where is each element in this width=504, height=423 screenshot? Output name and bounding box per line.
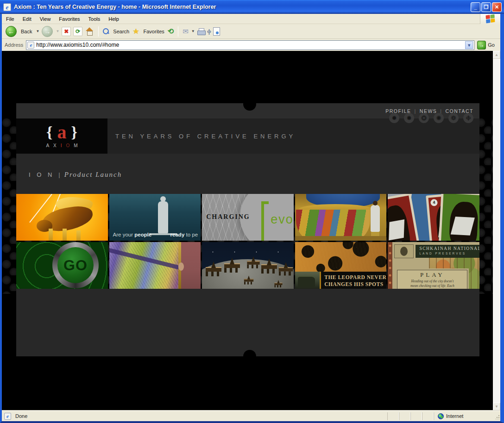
search-icon[interactable] (103, 28, 109, 34)
page-background: PROFILE | NEWS | CONTACT ✹ ✸ ❂ ✺ ❁ ❉ (2, 51, 493, 411)
address-dropdown-icon[interactable]: ▼ (465, 41, 473, 49)
military-vehicle-image (295, 272, 320, 289)
map-holder-figure (181, 242, 201, 289)
go-label[interactable]: Go (488, 42, 495, 48)
leopard-caption-line1: THE LEOPARD NEVER (324, 274, 386, 281)
address-input[interactable] (36, 42, 465, 48)
thumbnail-earth-teacup[interactable] (295, 194, 387, 241)
toolbar: ← Back ▼ → ▼ ✖ ⟳ Search ★ Favorites ⟲ ✉ … (2, 24, 500, 39)
windows-logo-icon (480, 14, 500, 24)
address-bar: Address e ▼ → Go (2, 39, 500, 51)
search-label[interactable]: Search (113, 29, 129, 34)
back-icon[interactable]: ← (6, 26, 17, 37)
menu-view[interactable]: View (36, 15, 55, 23)
favorites-label[interactable]: Favorites (144, 29, 164, 34)
flower-icon[interactable]: ✹ (389, 113, 399, 123)
status-pane (422, 412, 434, 420)
favorites-star-icon[interactable]: ★ (132, 27, 139, 36)
thumbnail-robot-bee[interactable] (16, 194, 108, 241)
flower-icon[interactable]: ✸ (404, 113, 414, 123)
status-pane (387, 412, 399, 420)
browser-window: e Axiom : Ten Years of Creative Energy -… (0, 0, 504, 423)
preserve-subtitle: LAND PRESERVES (419, 252, 479, 255)
green-bracket (261, 201, 269, 241)
scroll-down-icon[interactable]: ▼ (493, 403, 500, 411)
forward-dropdown-icon: ▼ (56, 29, 59, 33)
charging-text: CHARGING (206, 213, 250, 221)
page-viewport: PROFILE | NEWS | CONTACT ✹ ✸ ❂ ✺ ❁ ❉ (2, 51, 500, 411)
bottom-circle-ornament (243, 350, 256, 363)
top-circle-ornament (243, 98, 256, 111)
back-label[interactable]: Back (21, 29, 32, 34)
edit-icon[interactable]: ‹|› (207, 28, 211, 35)
internet-globe-icon (438, 413, 444, 419)
menu-favorites[interactable]: Favorites (55, 15, 84, 23)
menu-file[interactable]: File (2, 15, 19, 23)
menu-bar: File Edit View Favorites Tools Help (2, 14, 500, 24)
logo-row: { a } A X I O M TEN YEARS OF (16, 118, 479, 154)
status-bar: e Done Internet (2, 411, 500, 421)
resize-grip[interactable] (494, 412, 500, 420)
logo-wordmark: A X I O M (46, 143, 77, 148)
minimize-button[interactable]: _ (471, 2, 480, 12)
window-title: Axiom : Ten Years of Creative Energy - h… (14, 4, 471, 10)
menu-tools[interactable]: Tools (84, 15, 105, 23)
go-button[interactable]: → Go (477, 41, 498, 50)
thumbnail-oil-rigs[interactable] (202, 242, 294, 289)
go-button-text: GO (63, 257, 88, 274)
logo-initial: a (57, 125, 67, 140)
research-icon[interactable] (213, 27, 220, 36)
security-zone-label: Internet (446, 413, 463, 419)
vertical-scrollbar[interactable]: ▲ ▼ (493, 51, 500, 411)
evo-text: evo (271, 212, 294, 227)
axiom-logo[interactable]: { a } A X I O M (16, 118, 107, 154)
leopard-caption-line2: CHANGES HIS SPOTS (324, 281, 386, 288)
refresh-icon[interactable]: ⟳ (73, 27, 82, 36)
print-icon[interactable] (197, 28, 205, 35)
address-input-box[interactable]: e ▼ (26, 40, 474, 50)
flower-icon[interactable]: ❂ (419, 113, 429, 123)
flower-icon-row: ✹ ✸ ❂ ✺ ❁ ❉ (389, 113, 473, 123)
status-text: Done (15, 413, 27, 419)
home-icon[interactable] (85, 27, 94, 36)
maximize-button[interactable]: ❐ (481, 2, 491, 12)
flower-icon[interactable]: ❁ (448, 113, 459, 123)
forward-icon[interactable]: → (42, 26, 53, 37)
stop-icon[interactable]: ✖ (62, 27, 71, 36)
section-title: Product Launch (64, 171, 122, 179)
lower-band (16, 289, 479, 356)
thumbnail-people-ready[interactable]: Are your people ready to pe (109, 194, 201, 241)
status-pane (410, 412, 422, 420)
mail-dropdown-icon[interactable]: ▼ (191, 29, 195, 33)
thumbnail-land-preserves[interactable]: SCHKAINAH NATIONAL LAND PRESERVES imagin… (388, 242, 479, 289)
page-icon: e (27, 42, 34, 49)
scientist-figure (371, 205, 380, 232)
thumbnail-leopard-spots[interactable]: THE LEOPARD NEVER CHANGES HIS SPOTS (295, 242, 387, 289)
address-label: Address (5, 42, 23, 48)
status-pane (399, 412, 410, 420)
flower-icon[interactable]: ❉ (463, 113, 473, 123)
tagline-text: TEN YEARS OF CREATIVE ENERGY (107, 133, 296, 140)
play-heading: PLAY (401, 271, 463, 279)
thumbnail-baseball-cards[interactable]: 5 4 (388, 194, 479, 241)
history-icon[interactable]: ⟲ (168, 27, 174, 36)
tagline-band: TEN YEARS OF CREATIVE ENERGY (107, 118, 479, 154)
scroll-up-icon[interactable]: ▲ (493, 51, 500, 59)
thumbnail-grid: Are your people ready to pe CHARGING evo (16, 194, 479, 289)
thumbnail-go-button[interactable]: GO (16, 242, 108, 289)
mail-icon[interactable]: ✉ (183, 27, 189, 36)
menu-help[interactable]: Help (104, 15, 123, 23)
thumbnail-charging-evo[interactable]: CHARGING evo (202, 194, 294, 241)
go-arrow-icon[interactable]: → (477, 41, 486, 50)
status-page-icon: e (4, 413, 11, 420)
thumbnail-seismic-map[interactable] (109, 242, 201, 289)
toolbar-separator (98, 26, 99, 37)
back-dropdown-icon[interactable]: ▼ (36, 29, 39, 33)
flower-icon[interactable]: ✺ (434, 113, 444, 123)
close-button[interactable]: ✕ (492, 2, 502, 12)
menu-edit[interactable]: Edit (19, 15, 36, 23)
toolbar-separator (178, 26, 178, 37)
preserve-title: SCHKAINAH NATIONAL (419, 246, 479, 251)
title-bar: e Axiom : Ten Years of Creative Energy -… (0, 0, 504, 14)
section-band: I O N | Product Launch (16, 154, 479, 194)
